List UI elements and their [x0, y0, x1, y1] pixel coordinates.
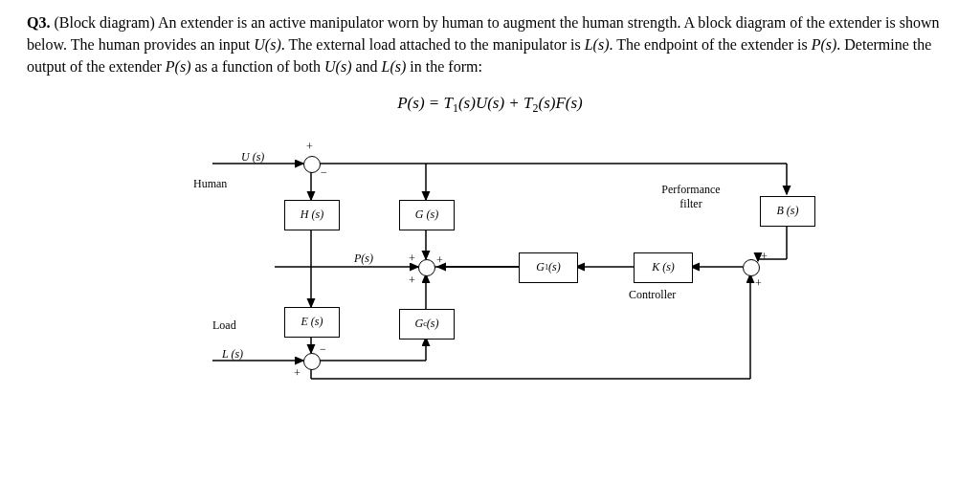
sum-controller — [743, 259, 760, 276]
block-diagram: + − + + + − + + + H (s) G (s) E (s) Gc(s… — [155, 125, 825, 393]
block-E: E (s) — [284, 307, 340, 338]
sign: + — [436, 253, 443, 268]
label-Ps: P(s) — [354, 252, 373, 266]
sum-p — [418, 259, 435, 276]
label-human: Human — [193, 177, 227, 191]
block-K: K (s) — [634, 252, 693, 283]
sign: + — [761, 250, 768, 264]
sign: + — [409, 252, 415, 266]
sign: + — [755, 276, 762, 291]
block-B: B (s) — [760, 196, 815, 227]
label-load: Load — [212, 318, 236, 333]
label-controller: Controller — [629, 288, 676, 302]
sign: + — [294, 366, 301, 381]
equation: P(s) = T1(s)U(s) + T2(s)F(s) — [27, 94, 953, 116]
block-Gc: Gc(s) — [399, 309, 455, 340]
label-Ls: L (s) — [222, 347, 243, 362]
sign: + — [306, 140, 313, 154]
sign: + — [409, 274, 415, 288]
sign: − — [321, 165, 327, 180]
question-text: Q3. (Block diagram) An extender is an ac… — [27, 11, 953, 78]
sum-load — [303, 353, 321, 370]
block-G: G (s) — [399, 200, 455, 230]
block-H: H (s) — [284, 200, 340, 230]
sum-human — [303, 156, 321, 173]
label-Us: U (s) — [241, 150, 264, 164]
block-G1: G1(s) — [519, 252, 578, 283]
sign: − — [320, 342, 326, 357]
label-performance: Performancefilter — [634, 183, 748, 211]
